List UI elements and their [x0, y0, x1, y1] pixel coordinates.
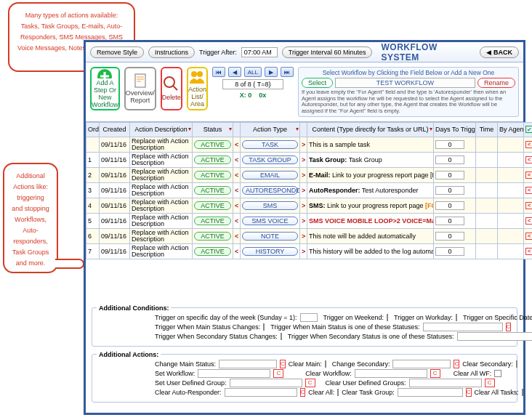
remove-style-button[interactable]: Remove Style: [90, 47, 144, 58]
cell-status[interactable]: ACTIVE: [193, 228, 233, 243]
cell-days[interactable]: [434, 152, 476, 167]
table-row[interactable]: 309/11/16Replace with Action Description…: [86, 182, 533, 198]
cell-agent[interactable]: [498, 228, 524, 243]
sec-change-checkbox[interactable]: [281, 333, 282, 340]
clear-icon[interactable]: C: [506, 323, 512, 331]
nav-prev-icon[interactable]: ◀: [228, 67, 241, 77]
cell-type[interactable]: SMS: [241, 198, 300, 213]
cell-desc[interactable]: Replace with Action Description: [130, 198, 193, 213]
cell-type[interactable]: EMAIL: [241, 167, 300, 182]
cell-content[interactable]: AutoResponder: Test Autoresponder: [307, 182, 434, 198]
prev-type-icon[interactable]: <: [233, 198, 241, 213]
cell-desc[interactable]: Replace with Action Description: [130, 137, 193, 152]
cell-content[interactable]: This history will be added to the log au…: [307, 243, 434, 259]
left-icon[interactable]: <: [525, 156, 532, 163]
cell-status[interactable]: ACTIVE: [193, 167, 233, 182]
set-group-input[interactable]: [230, 379, 302, 387]
workflow-name-input[interactable]: [335, 78, 475, 88]
cell-desc[interactable]: Replace with Action Description: [130, 243, 193, 259]
main-change-checkbox[interactable]: [263, 323, 265, 331]
days-input[interactable]: [435, 217, 464, 225]
cell-time[interactable]: [476, 137, 498, 152]
left-icon[interactable]: <: [525, 187, 532, 194]
next-type-icon[interactable]: >: [300, 243, 307, 259]
next-type-icon[interactable]: >: [300, 137, 307, 152]
clear-group-input[interactable]: [409, 379, 482, 387]
th-ord[interactable]: Ord: [86, 122, 100, 137]
prev-type-icon[interactable]: <: [233, 243, 241, 259]
nav-next-icon[interactable]: ▶: [265, 67, 278, 77]
days-input[interactable]: [435, 186, 464, 195]
cell-status[interactable]: ACTIVE: [193, 243, 233, 259]
cell-time[interactable]: [476, 213, 498, 228]
days-input[interactable]: [435, 156, 464, 164]
th-time[interactable]: Time: [476, 122, 498, 137]
table-row[interactable]: 709/11/16Replace with Action Description…: [86, 243, 533, 259]
clear-icon[interactable]: C: [430, 369, 440, 378]
nav-first-icon[interactable]: ⏮: [212, 67, 225, 77]
prev-type-icon[interactable]: <: [233, 152, 241, 167]
days-input[interactable]: [435, 247, 464, 256]
days-input[interactable]: [435, 201, 464, 210]
cell-agent[interactable]: [498, 152, 524, 167]
trigger-interval-button[interactable]: Trigger Interval 60 Minutes: [282, 47, 373, 58]
th-type[interactable]: Action Type▾: [241, 122, 300, 137]
left-icon[interactable]: <: [525, 171, 532, 179]
next-type-icon[interactable]: >: [300, 198, 307, 213]
next-type-icon[interactable]: >: [300, 152, 307, 167]
table-row[interactable]: 209/11/16Replace with Action Description…: [86, 167, 533, 182]
check-icon[interactable]: ✔: [525, 126, 532, 133]
instructions-button[interactable]: Instructions: [148, 47, 195, 58]
table-row[interactable]: 109/11/16Replace with Action Description…: [86, 152, 533, 167]
days-input[interactable]: [435, 232, 464, 241]
nav-last-icon[interactable]: ⏭: [281, 67, 294, 77]
cell-days[interactable]: [434, 182, 476, 198]
cell-type[interactable]: SMS VOICE: [241, 213, 300, 228]
dow-input[interactable]: [300, 313, 318, 322]
clear-icon[interactable]: C: [454, 360, 459, 368]
cell-agent[interactable]: [498, 198, 524, 213]
next-type-icon[interactable]: >: [300, 167, 307, 182]
nav-all-button[interactable]: ALL: [244, 67, 262, 77]
cell-time[interactable]: [476, 167, 498, 182]
cell-time[interactable]: [476, 182, 498, 198]
clear-wf-input[interactable]: [355, 369, 427, 378]
cell-type[interactable]: AUTORESPONDER: [241, 182, 300, 198]
clear-sec-checkbox[interactable]: [516, 360, 517, 368]
cell-content[interactable]: SMS VOICE MOBILE LOOP>2 VOICE=Man LANGUA…: [307, 213, 434, 228]
clear-icon[interactable]: C: [466, 388, 472, 397]
clear-icon[interactable]: C: [305, 379, 315, 387]
th-created[interactable]: Created: [100, 122, 130, 137]
clear-all-tasks-checkbox[interactable]: [522, 389, 523, 396]
table-row[interactable]: 09/11/16Replace with Action DescriptionA…: [86, 137, 533, 152]
cell-status[interactable]: ACTIVE: [193, 137, 233, 152]
clear-ar-all-checkbox[interactable]: [337, 389, 339, 396]
table-row[interactable]: 509/11/16Replace with Action Description…: [86, 213, 533, 228]
cell-days[interactable]: [434, 137, 476, 152]
next-type-icon[interactable]: >: [300, 213, 307, 228]
weekend-checkbox[interactable]: [387, 314, 388, 321]
cell-status[interactable]: ACTIVE: [193, 213, 233, 228]
cell-agent[interactable]: [498, 243, 524, 259]
table-row[interactable]: 409/11/16Replace with Action Description…: [86, 198, 533, 213]
cell-desc[interactable]: Replace with Action Description: [130, 167, 193, 182]
cell-time[interactable]: [476, 243, 498, 259]
rename-button[interactable]: Rename: [477, 78, 515, 88]
th-description[interactable]: Action Description▾: [130, 122, 193, 137]
left-icon[interactable]: <: [525, 141, 532, 148]
action-list-button[interactable]: Action List/ Area: [187, 67, 208, 110]
cell-time[interactable]: [476, 228, 498, 243]
clear-main-checkbox[interactable]: [325, 360, 326, 368]
clear-icon[interactable]: C: [273, 369, 283, 378]
cell-content[interactable]: This is a sample task: [307, 137, 434, 152]
cell-agent[interactable]: [498, 167, 524, 182]
cell-days[interactable]: [434, 198, 476, 213]
cell-type[interactable]: TASK GROUP: [241, 152, 300, 167]
cell-days[interactable]: [434, 213, 476, 228]
prev-type-icon[interactable]: <: [233, 167, 241, 182]
cell-type[interactable]: TASK: [241, 137, 300, 152]
cell-type[interactable]: NOTE: [241, 228, 300, 243]
left-icon[interactable]: <: [525, 248, 532, 255]
change-main-input[interactable]: [219, 360, 277, 368]
th-status[interactable]: Status▾: [193, 122, 233, 137]
